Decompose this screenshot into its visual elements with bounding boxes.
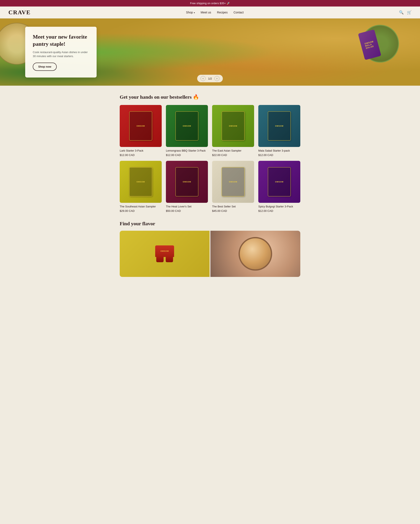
product-name: Larb Starter 3-Pack <box>120 149 162 153</box>
announcement-bar: Free shipping on orders $35+ 🚀 <box>0 0 420 7</box>
nav-meet-us[interactable]: Meet us <box>201 11 211 14</box>
product-package-decoration: OMSOM <box>268 167 291 196</box>
bestsellers-title: Get your hands on our bestsellers 🔥 <box>120 94 300 100</box>
product-price: $22.00 CAD <box>212 153 254 157</box>
shop-chevron-icon <box>194 11 195 14</box>
flavor-card-food[interactable] <box>210 231 300 277</box>
product-package-decoration: OMSOM <box>222 111 245 141</box>
main-nav: Shop Meet us Recipes Contact <box>186 11 244 14</box>
product-package-decoration: OMSOM <box>222 167 245 196</box>
cart-button[interactable]: 🛒 <box>407 10 411 15</box>
boxing-shorts-decoration: OMSOM <box>155 245 174 262</box>
product-name: The East Asian Sampler <box>212 149 254 153</box>
product-name: The Best Seller Set <box>212 205 254 209</box>
product-price: $12.00 CAD <box>258 153 300 157</box>
product-price: $29.00 CAD <box>120 209 162 212</box>
flavor-title: Find your flavor <box>120 221 300 227</box>
hero-next-button[interactable]: › <box>214 76 219 81</box>
product-package-decoration: OMSOM <box>268 111 291 141</box>
product-price: $12.00 CAD <box>120 153 162 157</box>
flavor-card-thai[interactable]: OMSOM <box>120 231 210 277</box>
product-card[interactable]: OMSOMSpicy Bulgogi Starter 3-Pack$12.00 … <box>258 161 300 212</box>
product-card[interactable]: OMSOMThe Southeast Asian Sampler$29.00 C… <box>120 161 162 212</box>
product-name: The Heat Lover's Set <box>166 205 208 209</box>
product-name: Mala Salad Starter 3-pack <box>258 149 300 153</box>
flavor-grid: OMSOM <box>120 231 300 277</box>
product-name: Lemongrass BBQ Starter 3-Pack <box>166 149 208 153</box>
food-photo-decoration <box>239 237 272 271</box>
search-button[interactable]: 🔍 <box>399 10 404 15</box>
product-price: $45.00 CAD <box>212 209 254 212</box>
nav-shop[interactable]: Shop <box>186 11 195 14</box>
hero-heading: Meet your new favorite pantry staple! <box>33 33 89 48</box>
product-price: $12.00 CAD <box>166 153 208 157</box>
nav-recipes[interactable]: Recipes <box>217 11 228 14</box>
product-card[interactable]: OMSOMThe Best Seller Set$45.00 CAD <box>212 161 254 212</box>
product-name: The Southeast Asian Sampler <box>120 205 162 209</box>
hero-subtext: Cook restaurant-quality Asian dishes in … <box>33 50 89 58</box>
product-card[interactable]: OMSOMLarb Starter 3-Pack$12.00 CAD <box>120 105 162 157</box>
announcement-text: Free shipping on orders $35+ 🚀 <box>190 2 230 5</box>
product-price: $50.00 CAD <box>166 209 208 212</box>
flavor-section: Find your flavor OMSOM <box>115 221 305 285</box>
product-card[interactable]: OMSOMLemongrass BBQ Starter 3-Pack$12.00… <box>166 105 208 157</box>
header: CRAVE Shop Meet us Recipes Contact 🔍 🛒 <box>0 7 420 18</box>
product-card[interactable]: OMSOMThe East Asian Sampler$22.00 CAD <box>212 105 254 157</box>
product-package-decoration: OMSOM <box>175 111 198 141</box>
product-price: $12.00 CAD <box>258 209 300 212</box>
products-grid: OMSOMLarb Starter 3-Pack$12.00 CADOMSOML… <box>120 105 300 212</box>
hero-content-box: Meet your new favorite pantry staple! Co… <box>25 27 96 78</box>
bestsellers-section: Get your hands on our bestsellers 🔥 OMSO… <box>115 86 305 221</box>
product-package-decoration: OMSOM <box>175 167 198 196</box>
hero-slide-counter: 1/2 <box>208 77 212 80</box>
product-package-decoration: OMSOM <box>129 167 152 196</box>
hero-prev-button[interactable]: ‹ <box>201 76 206 81</box>
product-card[interactable]: OMSOMMala Salad Starter 3-pack$12.00 CAD <box>258 105 300 157</box>
hero-section: OMSOMMALASALAD Meet your new favorite pa… <box>0 18 420 86</box>
header-icons: 🔍 🛒 <box>399 10 411 15</box>
site-logo[interactable]: CRAVE <box>9 9 31 16</box>
product-card[interactable]: OMSOMThe Heat Lover's Set$50.00 CAD <box>166 161 208 212</box>
search-icon: 🔍 <box>399 10 404 15</box>
nav-contact[interactable]: Contact <box>234 11 244 14</box>
cart-icon: 🛒 <box>407 10 411 15</box>
hero-carousel-nav: ‹ 1/2 › <box>197 75 223 82</box>
product-package-decoration: OMSOM <box>129 111 152 141</box>
hero-shop-now-button[interactable]: Shop now <box>33 62 57 71</box>
product-name: Spicy Bulgogi Starter 3-Pack <box>258 205 300 209</box>
